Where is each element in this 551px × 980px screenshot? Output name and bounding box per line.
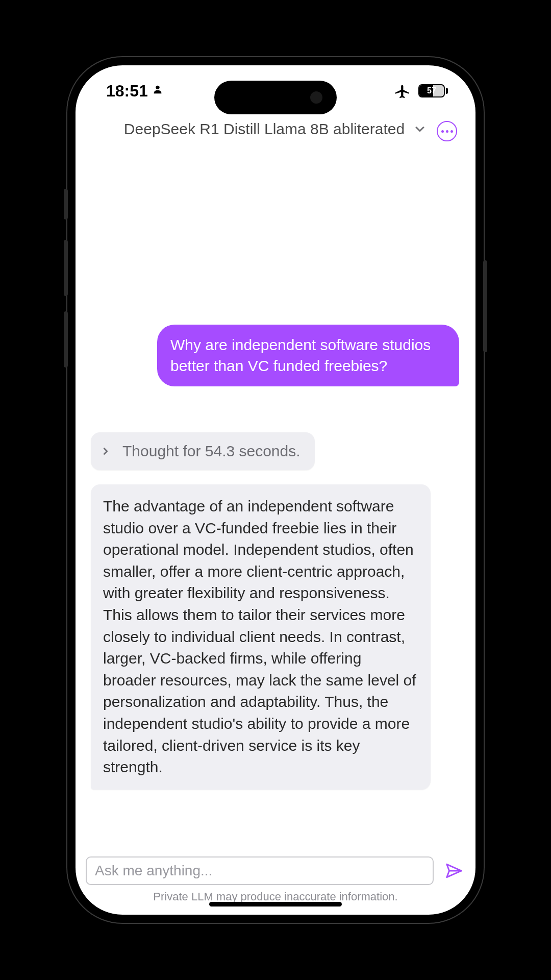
assistant-message-text: The advantage of an independent software… — [103, 498, 416, 775]
screen: 18:51 57 DeepS — [76, 65, 475, 915]
home-indicator[interactable] — [209, 902, 342, 906]
battery-percent: 57 — [419, 85, 444, 96]
ellipsis-icon — [441, 130, 453, 133]
phone-side-button — [483, 260, 487, 352]
battery-indicator: 57 — [418, 84, 448, 97]
chevron-down-icon — [413, 122, 427, 136]
send-button[interactable] — [443, 860, 465, 882]
focus-icon — [152, 84, 163, 98]
phone-frame: 18:51 57 DeepS — [66, 56, 485, 924]
airplane-mode-icon — [394, 82, 411, 100]
phone-side-button — [64, 189, 68, 219]
model-name: DeepSeek R1 Distill Llama 8B abliterated — [124, 120, 405, 138]
phone-side-button — [64, 311, 68, 368]
user-message-text: Why are independent software studios bet… — [170, 336, 431, 374]
app-header: DeepSeek R1 Distill Llama 8B abliterated — [76, 116, 475, 146]
chevron-right-icon — [100, 446, 111, 457]
assistant-message-bubble: The advantage of an independent software… — [91, 484, 431, 790]
chat-area[interactable]: Why are independent software studios bet… — [76, 146, 475, 847]
more-options-button[interactable] — [437, 121, 457, 141]
status-time: 18:51 — [106, 82, 148, 101]
thought-toggle[interactable]: Thought for 54.3 seconds. — [91, 432, 315, 470]
phone-side-button — [64, 240, 68, 296]
dynamic-island — [214, 81, 337, 114]
model-selector[interactable]: DeepSeek R1 Distill Llama 8B abliterated — [124, 120, 427, 138]
message-input[interactable]: Ask me anything... — [86, 856, 434, 885]
send-icon — [444, 861, 464, 880]
user-message-bubble: Why are independent software studios bet… — [157, 325, 459, 386]
thought-label: Thought for 54.3 seconds. — [122, 443, 300, 460]
svg-point-0 — [156, 86, 159, 89]
